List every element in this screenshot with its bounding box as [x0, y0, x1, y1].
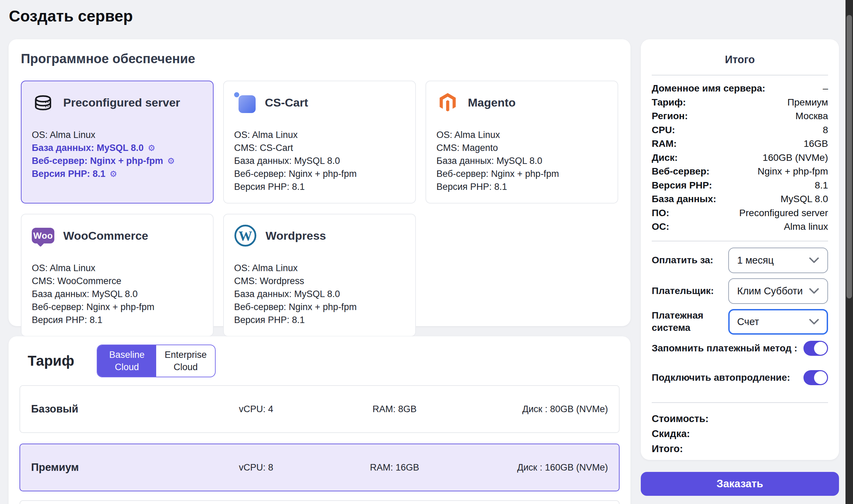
card-body: OS: Alma Linux CMS: Magento База данных:… — [436, 128, 607, 193]
remember-payment-row: Запомнить платежный метод : — [652, 341, 828, 356]
magento-icon — [436, 92, 459, 113]
card-body: OS: Alma Linux База данных: MySQL 8.0⚙ В… — [32, 128, 203, 180]
payer-label: Плательщик: — [652, 285, 714, 297]
card-body: OS: Alma Linux CMS: CS-Cart База данных:… — [234, 128, 405, 193]
gear-icon[interactable]: ⚙ — [148, 143, 155, 153]
toggle-knob — [814, 342, 827, 355]
plan-name: Базовый — [31, 403, 193, 415]
order-button[interactable]: Заказать — [641, 472, 839, 496]
autorenew-label: Подключить автопродление: — [652, 372, 790, 383]
card-line-database: База данных: MySQL 8.0 — [234, 288, 405, 300]
card-line-database: База данных: MySQL 8.0 — [32, 288, 203, 300]
plan-row-premium[interactable]: Премиум vCPU: 8 RAM: 16GB Диск : 160GB (… — [19, 444, 620, 491]
card-line-cms: CMS: Wordpress — [234, 275, 405, 288]
software-card-cscart[interactable]: CS-Cart OS: Alma Linux CMS: CS-Cart База… — [223, 81, 416, 204]
software-card-wordpress[interactable]: W Wordpress OS: Alma Linux CMS: Wordpres… — [223, 214, 416, 337]
software-heading: Программное обеспечение — [21, 52, 618, 66]
card-line-os: OS: Alma Linux — [32, 262, 203, 275]
card-line-php: Версия PHP: 8.1 — [234, 180, 405, 193]
summary-row-cpu: CPU:8 — [652, 123, 828, 137]
remember-payment-label: Запомнить платежный метод : — [652, 343, 797, 354]
cost-label: Стоимость: — [652, 411, 828, 426]
divider — [652, 75, 828, 75]
server-stack-icon — [32, 91, 54, 114]
payment-system-select[interactable]: Счет — [728, 309, 828, 335]
card-header: W Wordpress — [234, 224, 405, 247]
page-title: Создать сервер — [9, 7, 133, 25]
remember-payment-toggle[interactable] — [803, 341, 828, 356]
autorenew-toggle[interactable] — [803, 370, 828, 385]
gear-icon[interactable]: ⚙ — [167, 156, 175, 166]
summary-row-disk: Диск:160GB (NVMe) — [652, 151, 828, 165]
scrollbar-thumb[interactable] — [847, 15, 852, 298]
summary-row-ram: RAM:16GB — [652, 137, 828, 151]
plan-vcpu: vCPU: 8 — [193, 462, 320, 473]
card-line-cms: CMS: Magento — [436, 141, 607, 154]
plan-row-partial[interactable] — [19, 500, 620, 504]
card-title: Wordpress — [266, 229, 326, 242]
total-label: Итого: — [652, 441, 828, 456]
segment-baseline-cloud[interactable]: Baseline Cloud — [97, 345, 156, 377]
software-card-woocommerce[interactable]: Woo WooCommerce OS: Alma Linux CMS: WooC… — [21, 214, 214, 337]
tariff-header: Тариф Baseline Cloud Enterprise Cloud — [19, 345, 620, 377]
plan-disk: Диск : 160GB (NVMe) — [470, 462, 608, 473]
card-header: Woo WooCommerce — [32, 224, 203, 247]
plan-disk: Диск : 80GB (NVMe) — [470, 404, 608, 415]
toggle-knob — [814, 371, 827, 384]
card-line-webserver: Веб-сервер: Nginx + php-fpm — [436, 167, 607, 180]
card-header: Magento — [436, 91, 607, 114]
summary-row-software: ПО:Preconfigured server — [652, 206, 828, 220]
woocommerce-icon: Woo — [32, 228, 54, 243]
autorenew-row: Подключить автопродление: — [652, 370, 828, 385]
card-line-os: OS: Alma Linux — [32, 128, 203, 141]
card-line-php: Версия PHP: 8.1 — [234, 313, 405, 326]
summary-row-os: ОС:Alma linux — [652, 220, 828, 234]
card-line-database[interactable]: База данных: MySQL 8.0⚙ — [32, 141, 203, 154]
card-header: CS-Cart — [234, 91, 405, 114]
divider — [652, 402, 828, 403]
summary-row-database: База данных:MySQL 8.0 — [652, 192, 828, 206]
gear-icon[interactable]: ⚙ — [109, 169, 117, 179]
card-line-php[interactable]: Версия PHP: 8.1⚙ — [32, 167, 203, 180]
scrollbar-track[interactable] — [845, 0, 853, 504]
pay-period-select[interactable]: 1 месяц — [728, 248, 828, 273]
create-server-page: Создать сервер Программное обеспечение — [0, 0, 853, 504]
card-line-webserver: Веб-сервер: Nginx + php-fpm — [234, 300, 405, 313]
summary-row-php: Версия PHP:8.1 — [652, 179, 828, 193]
card-line-database: База данных: MySQL 8.0 — [234, 154, 405, 167]
plan-ram: RAM: 16GB — [320, 462, 470, 473]
card-line-cms: CMS: CS-Cart — [234, 141, 405, 154]
payer-row: Плательщик: Клим Субботи — [652, 278, 828, 304]
cloud-type-switch: Baseline Cloud Enterprise Cloud — [97, 345, 216, 377]
summary-row-region: Регион:Москва — [652, 109, 828, 123]
card-line-php: Версия PHP: 8.1 — [32, 313, 203, 326]
card-title: Preconfigured server — [63, 96, 180, 109]
segment-enterprise-cloud[interactable]: Enterprise Cloud — [156, 345, 215, 377]
discount-label: Скидка: — [652, 426, 828, 441]
software-section: Программное обеспечение — [9, 39, 631, 326]
cs-cart-icon — [234, 91, 256, 114]
software-card-magento[interactable]: Magento OS: Alma Linux CMS: Magento База… — [425, 81, 618, 204]
card-line-webserver[interactable]: Веб-сервер: Nginx + php-fpm⚙ — [32, 154, 203, 167]
card-line-cms: CMS: WooCommerce — [32, 275, 203, 288]
summary-row-webserver: Веб-сервер:Nginx + php-fpm — [652, 165, 828, 179]
divider — [652, 241, 828, 241]
pay-period-row: Оплатить за: 1 месяц — [652, 248, 828, 273]
tariff-heading: Тариф — [28, 353, 74, 369]
card-title: CS-Cart — [265, 96, 308, 109]
card-header: Preconfigured server — [32, 91, 203, 114]
card-line-os: OS: Alma Linux — [436, 128, 607, 141]
order-summary: Итого Доменное имя сервера:– Тариф:Преми… — [641, 39, 839, 460]
payment-system-label: Платежная система — [652, 309, 715, 334]
card-body: OS: Alma Linux CMS: Wordpress База данны… — [234, 262, 405, 326]
wordpress-icon: W — [234, 225, 256, 247]
software-card-preconfigured[interactable]: Preconfigured server OS: Alma Linux База… — [21, 81, 214, 204]
software-cards-grid: Preconfigured server OS: Alma Linux База… — [21, 81, 618, 337]
summary-heading: Итого — [652, 54, 828, 66]
plan-ram: RAM: 8GB — [320, 404, 470, 415]
plan-row-basic[interactable]: Базовый vCPU: 4 RAM: 8GB Диск : 80GB (NV… — [19, 385, 620, 433]
plan-name: Премиум — [31, 461, 193, 474]
summary-row-domain: Доменное имя сервера:– — [652, 82, 828, 96]
payer-select[interactable]: Клим Субботи — [728, 278, 828, 304]
summary-rows: Доменное имя сервера:– Тариф:Премиум Рег… — [652, 82, 828, 234]
